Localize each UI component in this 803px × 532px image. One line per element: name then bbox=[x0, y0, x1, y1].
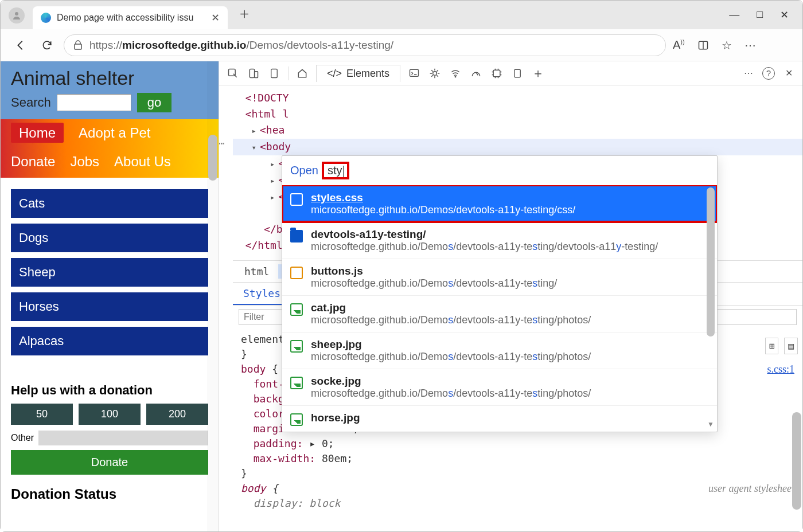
open-label: Open bbox=[290, 164, 318, 177]
reading-mode-icon[interactable] bbox=[697, 40, 709, 51]
command-input[interactable]: sty bbox=[322, 162, 349, 179]
donation-status-heading: Donation Status bbox=[11, 486, 208, 502]
command-results: styles.css microsoftedge.github.io/Demos… bbox=[282, 185, 717, 432]
application-icon[interactable] bbox=[510, 66, 524, 80]
go-button[interactable]: go bbox=[137, 93, 171, 112]
cmd-item-horse-jpg[interactable]: horse.jpg bbox=[282, 405, 717, 432]
cmd-item-cat-jpg[interactable]: cat.jpg microsoftedge.github.io/Demos/de… bbox=[282, 295, 717, 332]
svg-rect-5 bbox=[255, 71, 258, 77]
search-label: Search bbox=[11, 95, 51, 110]
svg-rect-4 bbox=[250, 69, 254, 77]
ua-stylesheet-label: user agent stylesheet bbox=[708, 481, 794, 496]
image-file-icon bbox=[290, 340, 303, 353]
url-toolbar: https://microsoftedge.github.io/Demos/de… bbox=[1, 29, 802, 61]
animal-list: Cats Dogs Sheep Horses Alpacas bbox=[1, 178, 219, 373]
svg-rect-1 bbox=[75, 44, 81, 49]
page-header: Animal shelter Search go bbox=[1, 61, 219, 119]
lock-icon bbox=[73, 40, 83, 50]
new-tab-button[interactable]: ＋ bbox=[228, 3, 261, 29]
page-title: Animal shelter bbox=[11, 67, 208, 89]
cmd-item-sheep-jpg[interactable]: sheep.jpg microsoftedge.github.io/Demos/… bbox=[282, 332, 717, 369]
list-item[interactable]: Alpacas bbox=[11, 327, 208, 355]
address-bar[interactable]: https://microsoftedge.github.io/Demos/de… bbox=[64, 34, 666, 56]
page-scrollbar-track[interactable] bbox=[207, 61, 219, 531]
profile-avatar[interactable] bbox=[9, 7, 25, 24]
devtools-scrollbar-thumb[interactable] bbox=[792, 412, 801, 510]
donate-button[interactable]: Donate bbox=[11, 450, 208, 475]
scroll-down-icon[interactable]: ▼ bbox=[707, 420, 714, 428]
network-icon[interactable] bbox=[449, 66, 462, 80]
list-item[interactable]: Dogs bbox=[11, 224, 208, 252]
image-file-icon bbox=[290, 303, 303, 316]
nav-donate[interactable]: Donate bbox=[11, 154, 55, 170]
devtools-more-icon[interactable]: ⋯ bbox=[742, 66, 755, 80]
svg-rect-11 bbox=[514, 69, 521, 77]
amount-100[interactable]: 100 bbox=[79, 404, 141, 425]
other-amount-input[interactable] bbox=[38, 431, 208, 445]
donation-amounts: 50 100 200 bbox=[1, 404, 219, 425]
read-aloud-icon[interactable]: A)) bbox=[673, 38, 685, 52]
cmd-item-styles-css[interactable]: styles.css microsoftedge.github.io/Demos… bbox=[282, 185, 717, 222]
close-tab-icon[interactable]: ✕ bbox=[211, 11, 220, 24]
sources-icon[interactable] bbox=[428, 66, 442, 80]
tab-title: Demo page with accessibility issu bbox=[57, 13, 205, 23]
amount-50[interactable]: 50 bbox=[11, 404, 73, 425]
performance-icon[interactable] bbox=[469, 66, 483, 80]
titlebar: Demo page with accessibility issu ✕ ＋ — … bbox=[1, 1, 802, 29]
favorite-icon[interactable]: ☆ bbox=[722, 38, 732, 52]
memory-icon[interactable] bbox=[490, 66, 504, 80]
page-scrollbar-thumb[interactable] bbox=[208, 135, 217, 181]
command-menu: Open sty styles.css microsoftedge.github… bbox=[282, 155, 718, 432]
console-icon[interactable] bbox=[407, 66, 421, 80]
window-maximize-icon[interactable]: □ bbox=[757, 9, 763, 21]
url-text: https://microsoftedge.github.io/Demos/de… bbox=[89, 39, 393, 52]
code-icon: </> bbox=[327, 68, 342, 80]
toggle-classes-icon[interactable]: ⊞ bbox=[765, 338, 779, 354]
nav-adopt[interactable]: Adopt a Pet bbox=[79, 125, 150, 141]
inspect-icon[interactable] bbox=[226, 66, 240, 80]
welcome-icon[interactable] bbox=[295, 66, 309, 80]
edge-favicon-icon bbox=[41, 13, 51, 23]
tab-elements[interactable]: </> Elements bbox=[316, 65, 400, 82]
js-file-icon bbox=[290, 267, 303, 279]
nav-jobs[interactable]: Jobs bbox=[70, 154, 99, 170]
image-file-icon bbox=[290, 413, 303, 426]
css-file-icon bbox=[290, 193, 303, 206]
devtools-close-icon[interactable]: ✕ bbox=[782, 66, 796, 80]
cmd-item-socke-jpg[interactable]: socke.jpg microsoftedge.github.io/Demos/… bbox=[282, 369, 717, 405]
add-tab-icon[interactable]: ＋ bbox=[531, 66, 545, 80]
toggle-computed-icon[interactable]: ▤ bbox=[784, 338, 798, 354]
list-item[interactable]: Horses bbox=[11, 292, 208, 321]
more-icon[interactable]: ⋯ bbox=[744, 38, 756, 52]
donation-heading: Help us with a donation bbox=[11, 383, 208, 398]
row-menu-icon[interactable]: ⋯ bbox=[219, 137, 225, 149]
source-link[interactable]: s.css:1 bbox=[767, 362, 794, 377]
svg-rect-7 bbox=[410, 69, 419, 76]
amount-200[interactable]: 200 bbox=[146, 404, 208, 425]
back-button[interactable] bbox=[11, 36, 30, 55]
svg-rect-6 bbox=[271, 69, 278, 77]
other-label: Other bbox=[11, 433, 34, 443]
svg-point-0 bbox=[15, 12, 18, 15]
nav-about[interactable]: About Us bbox=[114, 154, 171, 170]
device-icon[interactable] bbox=[247, 66, 260, 80]
page-viewport: Animal shelter Search go Home Adopt a Pe… bbox=[1, 61, 219, 531]
folder-icon bbox=[290, 230, 303, 242]
cmd-item-buttons-js[interactable]: buttons.js microsoftedge.github.io/Demos… bbox=[282, 259, 717, 295]
browser-tab[interactable]: Demo page with accessibility issu ✕ bbox=[33, 6, 228, 29]
svg-rect-10 bbox=[493, 70, 500, 77]
window-minimize-icon[interactable]: — bbox=[729, 9, 739, 21]
search-input[interactable] bbox=[57, 94, 131, 111]
window-close-icon[interactable]: ✕ bbox=[780, 9, 789, 21]
list-item[interactable]: Sheep bbox=[11, 258, 208, 287]
devtools-toolbar: </> Elements ＋ ⋯ ? ✕ bbox=[219, 61, 802, 85]
cmd-item-folder[interactable]: devtools-a11y-testing/ microsoftedge.git… bbox=[282, 222, 717, 259]
cmd-scrollbar-thumb[interactable] bbox=[707, 187, 715, 337]
help-icon[interactable]: ? bbox=[762, 67, 775, 80]
image-file-icon bbox=[290, 377, 303, 389]
refresh-button[interactable] bbox=[37, 36, 57, 55]
main-nav: Home Adopt a Pet Donate Jobs About Us bbox=[1, 119, 219, 178]
list-item[interactable]: Cats bbox=[11, 189, 208, 218]
nav-home[interactable]: Home bbox=[11, 125, 64, 141]
tablet-icon[interactable] bbox=[267, 66, 281, 80]
